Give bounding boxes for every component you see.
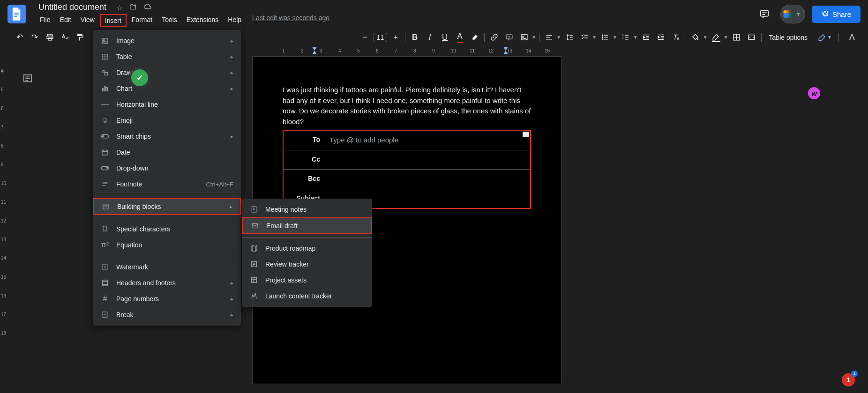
- editing-mode-button[interactable]: ▼: [814, 31, 836, 44]
- insert-dropdown[interactable]: Drop-down: [93, 160, 241, 176]
- highlight-icon[interactable]: [468, 31, 481, 44]
- insert-table[interactable]: Table▸: [93, 49, 241, 65]
- insert-emoji[interactable]: ☺ Emoji: [93, 112, 241, 128]
- svg-rect-77: [103, 312, 107, 318]
- success-check-icon: [131, 69, 148, 86]
- insert-image-icon[interactable]: [517, 31, 531, 44]
- menu-format[interactable]: Format: [127, 14, 157, 27]
- submenu-product-roadmap[interactable]: Product roadmap: [242, 240, 372, 256]
- svg-rect-73: [103, 264, 107, 270]
- bold-icon[interactable]: B: [408, 31, 421, 44]
- email-bcc-input[interactable]: [329, 175, 526, 183]
- menu-view[interactable]: View: [76, 14, 99, 27]
- insert-horizontal-line[interactable]: ― Horizontal line: [93, 96, 241, 112]
- redo-icon[interactable]: ↷: [28, 31, 41, 44]
- insert-break[interactable]: Break▸: [93, 307, 241, 323]
- cell-fill-icon[interactable]: [689, 31, 702, 44]
- block-handle-icon[interactable]: [523, 132, 529, 137]
- last-edit-link[interactable]: Last edit was seconds ago: [252, 14, 329, 27]
- paint-format-icon[interactable]: [73, 31, 86, 44]
- headers-footers-icon: [100, 278, 110, 288]
- borders-icon[interactable]: [730, 31, 743, 44]
- dropdown-icon: [100, 163, 110, 173]
- font-size-input[interactable]: 11: [374, 33, 388, 42]
- line-spacing-icon[interactable]: [563, 31, 576, 44]
- hide-menus-icon[interactable]: ᐱ: [846, 31, 859, 44]
- horizontal-ruler: 1 2 3 4 5 6 7 8 9 10 11 12 13 14 15: [252, 47, 862, 54]
- meeting-notes-icon: [249, 205, 259, 214]
- print-icon[interactable]: [43, 31, 56, 44]
- clear-formatting-icon[interactable]: [670, 31, 683, 44]
- meet-button[interactable]: ▼: [780, 5, 805, 23]
- underline-icon[interactable]: U: [438, 31, 451, 44]
- indent-increase-icon[interactable]: [655, 31, 668, 44]
- insert-page-numbers[interactable]: # Page numbers▸: [93, 291, 241, 307]
- border-color-icon[interactable]: [710, 31, 723, 44]
- indent-decrease-icon[interactable]: [640, 31, 653, 44]
- merge-cells-icon[interactable]: [745, 31, 758, 44]
- svg-rect-56: [105, 72, 107, 75]
- menu-insert[interactable]: Insert: [100, 14, 127, 27]
- bulleted-list-icon[interactable]: [599, 31, 612, 44]
- submenu-email-draft[interactable]: Email draft: [242, 217, 372, 234]
- insert-image[interactable]: Image▸: [93, 33, 241, 49]
- extension-badge-icon[interactable]: w: [808, 87, 820, 99]
- vertical-ruler: 4 5 6 7 8 9 10 11 12 13 14 15 16 17 18: [0, 54, 7, 393]
- date-icon: [100, 148, 110, 157]
- comment-history-icon[interactable]: [755, 5, 774, 23]
- insert-smart-chips[interactable]: Smart chips▸: [93, 128, 241, 144]
- email-to-input[interactable]: [329, 136, 526, 144]
- paragraph-text[interactable]: I was just thinking if tattoos are painf…: [283, 85, 531, 127]
- insert-building-blocks[interactable]: Building blocks▸: [93, 198, 241, 215]
- svg-text:2: 2: [622, 36, 624, 39]
- insert-footnote[interactable]: Footnote Ctrl+Alt+F: [93, 176, 241, 192]
- undo-icon[interactable]: ↶: [13, 31, 26, 44]
- share-button[interactable]: Share: [812, 6, 861, 23]
- numbered-list-icon[interactable]: 12: [619, 31, 632, 44]
- svg-rect-59: [106, 88, 108, 91]
- svg-point-23: [602, 39, 603, 40]
- footnote-icon: [100, 179, 110, 189]
- insert-chart[interactable]: Chart▸: [93, 81, 241, 96]
- text-color-icon[interactable]: A: [453, 31, 466, 44]
- italic-icon[interactable]: I: [423, 31, 436, 44]
- cloud-saved-icon[interactable]: [143, 3, 152, 12]
- insert-headers-footers[interactable]: Headers and footers▸: [93, 275, 241, 291]
- table-options-button[interactable]: Table options: [764, 32, 813, 43]
- checklist-icon[interactable]: [578, 31, 591, 44]
- email-cc-input[interactable]: [329, 156, 526, 163]
- building-blocks-icon: [101, 202, 111, 211]
- submenu-meeting-notes[interactable]: Meeting notes: [242, 201, 372, 217]
- email-to-label: To: [284, 131, 326, 150]
- break-icon: [100, 310, 110, 319]
- star-icon[interactable]: ☆: [116, 3, 123, 12]
- insert-date[interactable]: Date: [93, 144, 241, 160]
- menu-tools[interactable]: Tools: [157, 14, 181, 27]
- move-icon[interactable]: [129, 3, 137, 12]
- equation-icon: π²: [100, 240, 110, 250]
- spellcheck-icon[interactable]: [58, 31, 71, 44]
- font-size-increase-icon[interactable]: +: [389, 31, 402, 44]
- docs-logo[interactable]: [7, 5, 26, 23]
- menu-extensions[interactable]: Extensions: [182, 14, 223, 27]
- align-icon[interactable]: [542, 31, 555, 44]
- submenu-launch-content-tracker[interactable]: Launch content tracker: [242, 288, 372, 304]
- add-comment-icon[interactable]: [502, 31, 516, 44]
- insert-watermark[interactable]: Watermark: [93, 259, 241, 275]
- outline-toggle-icon[interactable]: [20, 70, 36, 86]
- font-size-decrease-icon[interactable]: −: [359, 31, 372, 44]
- building-blocks-submenu: Meeting notes Email draft Product roadma…: [242, 199, 372, 307]
- insert-special-characters[interactable]: Ω Special characters: [93, 221, 241, 237]
- menu-edit[interactable]: Edit: [56, 14, 75, 27]
- menu-file[interactable]: File: [36, 14, 55, 27]
- insert-link-icon[interactable]: [487, 31, 501, 44]
- menu-help[interactable]: Help: [224, 14, 246, 27]
- watermark-icon: [100, 262, 110, 272]
- submenu-project-assets[interactable]: Project assets: [242, 272, 372, 288]
- insert-drawing[interactable]: Drawing▸: [93, 65, 241, 81]
- insert-equation[interactable]: π² Equation: [93, 237, 241, 253]
- submenu-review-tracker[interactable]: Review tracker: [242, 256, 372, 272]
- document-title[interactable]: Untitled document: [36, 1, 109, 13]
- share-button-label: Share: [832, 10, 851, 18]
- notification-badge[interactable]: 1 +: [842, 373, 855, 386]
